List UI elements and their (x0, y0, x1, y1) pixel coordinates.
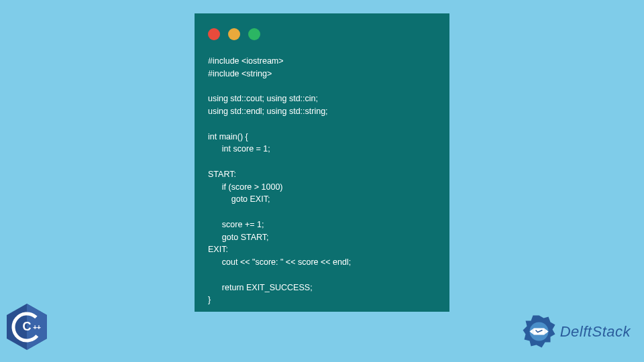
window-controls (208, 28, 436, 40)
delftstack-logo: DelftStack (521, 313, 631, 350)
cpp-logo-icon: C ++ (3, 302, 50, 355)
delftstack-badge-icon (521, 313, 557, 350)
svg-text:++: ++ (33, 324, 41, 331)
close-dot-icon (208, 28, 220, 40)
code-window: #include <iostream> #include <string> us… (195, 13, 449, 312)
svg-text:C: C (23, 320, 32, 333)
maximize-dot-icon (248, 28, 260, 40)
minimize-dot-icon (228, 28, 240, 40)
code-content: #include <iostream> #include <string> us… (208, 55, 436, 306)
delftstack-label: DelftStack (560, 323, 631, 341)
